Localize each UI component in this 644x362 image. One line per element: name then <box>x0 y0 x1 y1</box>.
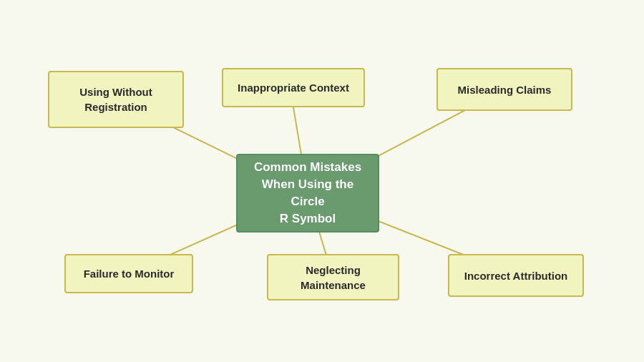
using-without-registration-node: Using Without Registration <box>48 71 184 128</box>
misleading-claims-label: Misleading Claims <box>458 84 552 96</box>
using-without-registration-label: Using Without Registration <box>79 84 152 114</box>
inappropriate-context-node: Inappropriate Context <box>222 68 365 107</box>
incorrect-attribution-node: Incorrect Attribution <box>448 254 584 297</box>
neglecting-maintenance-label: Neglecting Maintenance <box>301 263 366 293</box>
center-node: Common Mistakes When Using the Circle R … <box>236 154 379 233</box>
failure-to-monitor-node: Failure to Monitor <box>64 254 193 293</box>
center-node-label: Common Mistakes When Using the Circle R … <box>248 159 368 227</box>
neglecting-maintenance-node: Neglecting Maintenance <box>267 254 399 300</box>
diagram-container: Common Mistakes When Using the Circle R … <box>0 0 644 362</box>
misleading-claims-node: Misleading Claims <box>436 68 572 111</box>
incorrect-attribution-label: Incorrect Attribution <box>464 270 567 282</box>
failure-to-monitor-label: Failure to Monitor <box>84 268 175 280</box>
inappropriate-context-label: Inappropriate Context <box>238 82 349 94</box>
